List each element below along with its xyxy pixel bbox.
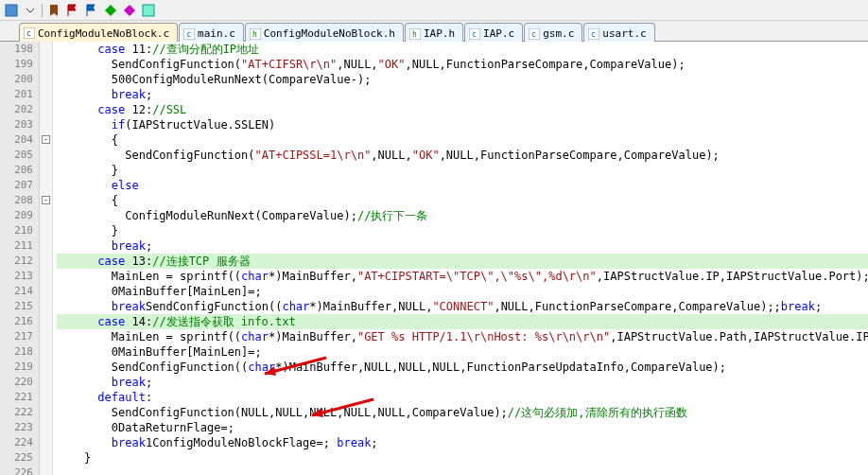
- line-number: 205: [0, 148, 39, 163]
- code-line[interactable]: 0MainBuffer[MainLen]=;: [57, 344, 868, 360]
- line-number: 221: [0, 390, 39, 405]
- diamond-fuchsia-icon[interactable]: [122, 3, 137, 18]
- svg-text:c: c: [531, 30, 536, 39]
- diamond-green-icon[interactable]: [103, 3, 118, 18]
- tab-label: gsm.c: [543, 27, 574, 40]
- line-number: 212: [0, 254, 39, 269]
- line-number: 223: [0, 420, 39, 435]
- code-line[interactable]: }: [57, 223, 868, 238]
- line-number: 210: [0, 223, 39, 238]
- line-number: 203: [0, 117, 39, 132]
- line-number: 220: [0, 375, 39, 390]
- line-number: 198: [0, 42, 39, 57]
- c-file-icon: c: [183, 28, 195, 40]
- tab-label: usart.c: [602, 27, 646, 40]
- tab-gsm-c[interactable]: cgsm.c: [524, 23, 582, 42]
- tab-main-c[interactable]: cmain.c: [179, 23, 244, 42]
- c-file-icon: c: [588, 28, 599, 40]
- line-number: 224: [0, 435, 39, 450]
- line-number: 202: [0, 102, 39, 117]
- line-number: 218: [0, 344, 39, 360]
- fold-toggle[interactable]: -: [42, 196, 50, 204]
- tab-config-module-h[interactable]: hConfigModuleNoBlock.h: [245, 23, 404, 42]
- flag-red-icon[interactable]: [65, 3, 80, 18]
- line-number-gutter: 1981992002012022032042052062072082092102…: [0, 42, 40, 475]
- svg-rect-1: [143, 5, 154, 16]
- svg-rect-0: [6, 5, 17, 16]
- dropdown-arrow-icon[interactable]: [23, 3, 38, 18]
- code-line[interactable]: break1ConfigModuleNoBlockFlage=; break;: [57, 435, 868, 450]
- code-line[interactable]: else: [57, 178, 868, 193]
- code-line[interactable]: SendConfigFunction("AT+CIPSSL=1\r\n",NUL…: [57, 148, 868, 163]
- code-area[interactable]: case 11://查询分配的IP地址 SendConfigFunction("…: [53, 42, 868, 475]
- tab-usart-c[interactable]: cusart.c: [583, 23, 654, 42]
- code-line[interactable]: SendConfigFunction(NULL,NULL,NULL,NULL,N…: [57, 405, 868, 420]
- code-line[interactable]: {: [57, 193, 868, 208]
- svg-text:c: c: [186, 30, 191, 39]
- c-file-icon: c: [24, 27, 35, 39]
- svg-text:c: c: [472, 30, 477, 39]
- tab-label: main.c: [198, 27, 235, 40]
- code-line[interactable]: }: [57, 450, 868, 466]
- code-line[interactable]: break;: [57, 238, 868, 254]
- line-number: 206: [0, 163, 39, 178]
- code-line[interactable]: breakSendConfigFunction((char*)MainBuffe…: [57, 299, 868, 314]
- code-line[interactable]: SendConfigFunction((char*)MainBuffer,NUL…: [57, 360, 868, 375]
- tab-label: ConfigModuleNoBlock.c: [38, 27, 169, 40]
- svg-text:h: h: [252, 30, 257, 39]
- code-line[interactable]: }: [57, 163, 868, 178]
- tool-icon-1[interactable]: [4, 3, 19, 18]
- h-file-icon: h: [250, 28, 261, 40]
- svg-text:h: h: [412, 30, 417, 39]
- fold-toggle[interactable]: -: [42, 135, 50, 144]
- line-number: 200: [0, 72, 39, 87]
- code-line[interactable]: break;: [57, 87, 868, 102]
- line-number: 209: [0, 208, 39, 223]
- c-file-icon: c: [529, 28, 540, 40]
- line-number: 208: [0, 193, 39, 208]
- line-number: 214: [0, 284, 39, 299]
- line-number: 201: [0, 87, 39, 102]
- line-number: 226: [0, 466, 39, 475]
- code-line[interactable]: MainLen = sprintf((char*)MainBuffer,"GET…: [57, 329, 868, 344]
- tab-iap-h[interactable]: hIAP.h: [405, 23, 463, 42]
- c-file-icon: c: [469, 28, 480, 40]
- code-line[interactable]: [57, 466, 868, 475]
- code-line[interactable]: ConfigModuleRunNext(CompareValue);//执行下一…: [57, 208, 868, 223]
- line-number: 211: [0, 238, 39, 254]
- h-file-icon: h: [409, 28, 421, 40]
- tab-config-module-c[interactable]: cConfigModuleNoBlock.c: [19, 23, 178, 42]
- line-number: 216: [0, 314, 39, 329]
- line-number: 204: [0, 132, 39, 148]
- code-line[interactable]: MainLen = sprintf((char*)MainBuffer,"AT+…: [57, 269, 868, 284]
- code-line[interactable]: case 14://发送指令获取 info.txt: [57, 314, 868, 329]
- tab-label: ConfigModuleNoBlock.h: [264, 27, 395, 40]
- svg-text:c: c: [591, 30, 596, 39]
- tool-icon-8[interactable]: [141, 3, 156, 18]
- code-line[interactable]: 500ConfigModuleRunNext(CompareValue-);: [57, 72, 868, 87]
- line-number: 225: [0, 450, 39, 466]
- code-editor[interactable]: 1981992002012022032042052062072082092102…: [0, 42, 868, 475]
- code-line[interactable]: case 12://SSL: [57, 102, 868, 117]
- fold-gutter: --: [40, 42, 53, 475]
- bookmark-icon[interactable]: [46, 3, 61, 18]
- code-line[interactable]: 0DataReturnFlage=;: [57, 420, 868, 435]
- code-line[interactable]: default:: [57, 390, 868, 405]
- flag-blue-icon[interactable]: [84, 3, 99, 18]
- code-line[interactable]: {: [57, 132, 868, 148]
- toolbar: [0, 0, 868, 21]
- line-number: 215: [0, 299, 39, 314]
- code-line[interactable]: 0MainBuffer[MainLen]=;: [57, 284, 868, 299]
- file-tabs: cConfigModuleNoBlock.c cmain.c hConfigMo…: [0, 21, 868, 42]
- code-line[interactable]: if(IAPStructValue.SSLEN): [57, 117, 868, 132]
- code-line[interactable]: case 13://连接TCP 服务器: [57, 254, 868, 269]
- code-line[interactable]: SendConfigFunction("AT+CIFSR\r\n",NULL,"…: [57, 57, 868, 72]
- tab-iap-c[interactable]: cIAP.c: [464, 23, 523, 42]
- code-line[interactable]: break;: [57, 375, 868, 390]
- line-number: 219: [0, 360, 39, 375]
- line-number: 222: [0, 405, 39, 420]
- line-number: 217: [0, 329, 39, 344]
- code-line[interactable]: case 11://查询分配的IP地址: [57, 42, 868, 57]
- svg-text:c: c: [26, 29, 31, 38]
- line-number: 207: [0, 178, 39, 193]
